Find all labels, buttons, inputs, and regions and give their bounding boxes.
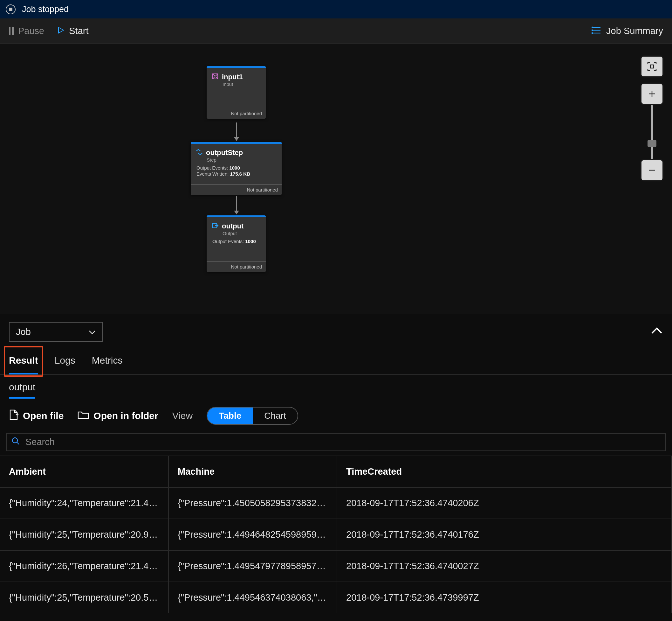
- start-label: Start: [69, 26, 88, 36]
- subtab-output[interactable]: output: [9, 382, 35, 399]
- table-row[interactable]: {"Humidity":26,"Temperature":21.41...{"P…: [0, 550, 672, 582]
- node-title: output: [222, 222, 243, 230]
- stop-icon: [6, 4, 15, 14]
- list-icon: [592, 26, 601, 36]
- job-summary-button[interactable]: Job Summary: [592, 26, 663, 36]
- input-icon: [212, 72, 219, 82]
- col-ambient[interactable]: Ambient: [0, 456, 169, 487]
- svg-rect-7: [651, 65, 654, 68]
- table-cell: {"Pressure":1.4495479778958957,"Te...: [169, 550, 337, 582]
- play-icon: [57, 26, 64, 36]
- results-table: Ambient Machine TimeCreated {"Humidity":…: [0, 456, 672, 613]
- table-row[interactable]: {"Humidity":24,"Temperature":21.43...{"P…: [0, 487, 672, 519]
- search-box[interactable]: [6, 433, 666, 451]
- main-tabs: Result Logs Metrics: [0, 348, 672, 375]
- node-metric: Events Written: 175.6 KB: [196, 171, 276, 176]
- node-metric: Output Events: 1000: [212, 239, 261, 244]
- table-cell: 2018-09-17T17:52:36.4740206Z: [337, 487, 672, 519]
- table-cell: {"Humidity":24,"Temperature":21.43...: [0, 487, 169, 519]
- open-file-button[interactable]: Open file: [9, 409, 63, 422]
- open-folder-button[interactable]: Open in folder: [78, 410, 158, 422]
- pause-label: Pause: [18, 26, 44, 36]
- table-row[interactable]: {"Humidity":25,"Temperature":20.58...{"P…: [0, 582, 672, 613]
- node-output[interactable]: output Output Output Events: 1000 Not pa…: [207, 215, 266, 272]
- zoom-thumb[interactable]: [647, 140, 657, 147]
- svg-point-4: [592, 27, 593, 28]
- view-toggle: Table Chart: [207, 407, 298, 425]
- diagram-canvas[interactable]: input1 Input Not partitioned outputStep …: [0, 44, 672, 314]
- node-partition-label: Not partitioned: [207, 108, 266, 119]
- node-title: outputStep: [206, 149, 243, 157]
- search-input[interactable]: [26, 437, 661, 447]
- table-cell: {"Humidity":26,"Temperature":21.41...: [0, 550, 169, 582]
- actions-row: Open file Open in folder View Table Char…: [0, 399, 672, 433]
- table-cell: {"Humidity":25,"Temperature":20.94...: [0, 519, 169, 550]
- table-cell: {"Pressure":1.4494648254598959,"Te...: [169, 519, 337, 550]
- connector-arrow: [234, 211, 239, 214]
- step-icon: [196, 148, 203, 158]
- zoom-slider[interactable]: [651, 105, 653, 159]
- output-subtabs: output: [0, 375, 672, 399]
- node-partition-label: Not partitioned: [207, 261, 266, 272]
- search-row: [0, 433, 672, 456]
- chevron-down-icon: [88, 327, 96, 337]
- connector-line: [236, 122, 237, 138]
- table-cell: 2018-09-17T17:52:36.4739997Z: [337, 582, 672, 613]
- job-summary-label: Job Summary: [606, 26, 663, 36]
- open-folder-label: Open in folder: [93, 410, 158, 421]
- open-file-label: Open file: [23, 410, 63, 421]
- fit-button[interactable]: [641, 57, 663, 76]
- node-partition-label: Not partitioned: [191, 184, 282, 195]
- col-machine[interactable]: Machine: [169, 456, 337, 487]
- folder-icon: [78, 410, 89, 422]
- collapse-button[interactable]: [651, 326, 663, 338]
- connector-line: [236, 196, 237, 211]
- tab-result[interactable]: Result: [9, 355, 38, 374]
- output-icon: [212, 221, 219, 231]
- search-icon: [11, 437, 20, 447]
- node-subtitle: Output: [223, 231, 261, 236]
- toolbar: Pause Start Job Summary: [0, 18, 672, 44]
- table-cell: {"Humidity":25,"Temperature":20.58...: [0, 582, 169, 613]
- node-input1[interactable]: input1 Input Not partitioned: [207, 66, 266, 119]
- file-icon: [9, 409, 18, 422]
- zoom-controls: [641, 57, 663, 180]
- node-subtitle: Step: [207, 157, 276, 163]
- status-text: Job stopped: [22, 4, 69, 14]
- zoom-out-button[interactable]: [641, 160, 663, 180]
- svg-point-13: [12, 438, 17, 443]
- tab-metrics[interactable]: Metrics: [92, 355, 123, 374]
- col-timecreated[interactable]: TimeCreated: [337, 456, 672, 487]
- pause-button[interactable]: Pause: [9, 26, 44, 36]
- node-subtitle: Input: [223, 81, 261, 87]
- status-bar: Job stopped: [0, 0, 672, 18]
- mid-bar: Job: [0, 314, 672, 348]
- tab-logs[interactable]: Logs: [55, 355, 75, 374]
- node-outputstep[interactable]: outputStep Step Output Events: 1000 Even…: [191, 142, 282, 195]
- table-cell: 2018-09-17T17:52:36.4740176Z: [337, 519, 672, 550]
- node-title: input1: [222, 73, 243, 81]
- start-button[interactable]: Start: [57, 26, 88, 36]
- table-row[interactable]: {"Humidity":25,"Temperature":20.94...{"P…: [0, 519, 672, 550]
- svg-line-14: [17, 442, 19, 445]
- view-table-button[interactable]: Table: [207, 408, 253, 424]
- table-cell: {"Pressure":1.449546374038063,"Te...: [169, 582, 337, 613]
- node-metric: Output Events: 1000: [196, 165, 276, 170]
- scope-dropdown[interactable]: Job: [9, 322, 103, 342]
- table-header-row: Ambient Machine TimeCreated: [0, 456, 672, 487]
- pause-icon: [9, 27, 14, 35]
- connector-arrow: [234, 137, 239, 141]
- view-chart-button[interactable]: Chart: [253, 408, 297, 424]
- svg-marker-0: [58, 27, 63, 33]
- dropdown-value: Job: [16, 327, 31, 337]
- table-cell: 2018-09-17T17:52:36.4740027Z: [337, 550, 672, 582]
- zoom-in-button[interactable]: [641, 84, 663, 104]
- table-cell: {"Pressure":1.4505058295373832,"Te...: [169, 487, 337, 519]
- svg-point-6: [592, 33, 593, 34]
- svg-point-5: [592, 30, 593, 31]
- view-label: View: [172, 410, 193, 421]
